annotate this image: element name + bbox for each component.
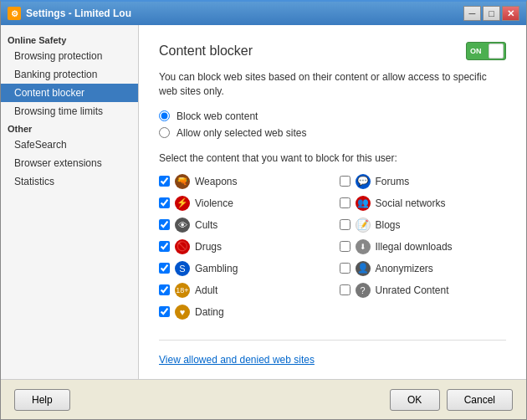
gambling-icon: S [175, 261, 190, 276]
weapons-icon: 🔫 [175, 174, 190, 189]
radio-block-web-content[interactable]: Block web content [159, 110, 506, 122]
forums-label: Forums [376, 176, 410, 187]
main-header: Content blocker ON [159, 42, 506, 60]
window-icon: ⚙ [8, 7, 21, 20]
main-description: You can block web sites based on their c… [159, 70, 506, 99]
sidebar: Online Safety Browsing protection Bankin… [1, 25, 139, 379]
toggle-label: ON [467, 47, 482, 55]
help-button[interactable]: Help [14, 389, 70, 411]
checkbox-blogs[interactable]: 📝 Blogs [340, 218, 507, 233]
minimize-button[interactable]: ─ [463, 6, 481, 21]
sidebar-item-browser-extensions[interactable]: Browser extensions [1, 154, 138, 172]
drugs-label: Drugs [195, 241, 222, 253]
sidebar-item-safesearch[interactable]: SafeSearch [1, 136, 138, 154]
checkbox-forums[interactable]: 💬 Forums [340, 174, 507, 189]
blogs-icon: 📝 [356, 218, 371, 233]
sidebar-section-online-safety: Online Safety [1, 32, 138, 47]
sidebar-item-content-blocker[interactable]: Content blocker [1, 84, 138, 102]
radio-label-allow: Allow only selected web sites [177, 127, 306, 139]
content-blocker-toggle[interactable]: ON [466, 42, 506, 60]
sidebar-item-banking-protection[interactable]: Banking protection [1, 65, 138, 84]
checkbox-cults[interactable]: 👁 Cults [159, 218, 326, 233]
social-networks-label: Social networks [376, 197, 446, 209]
violence-label: Violence [195, 197, 233, 209]
category-col-left: 🔫 Weapons ⚡ Violence 👁 Cults [159, 174, 326, 320]
violence-icon: ⚡ [175, 196, 190, 211]
gambling-label: Gambling [195, 263, 238, 274]
blogs-label: Blogs [376, 219, 401, 231]
unrated-content-label: Unrated Content [376, 284, 449, 296]
dating-label: Dating [195, 306, 224, 318]
window-title: Settings - Limited Lou [26, 8, 463, 19]
sidebar-section-other: Other [1, 120, 138, 136]
checkbox-anonymizers[interactable]: 👤 Anonymizers [340, 261, 507, 276]
weapons-label: Weapons [195, 176, 237, 187]
checkbox-violence[interactable]: ⚡ Violence [159, 196, 326, 211]
cancel-button[interactable]: Cancel [447, 389, 513, 411]
unrated-content-icon: ? [356, 283, 371, 298]
radio-group: Block web content Allow only selected we… [159, 110, 506, 139]
adult-label: Adult [195, 284, 217, 296]
illegal-downloads-label: Illegal downloads [376, 241, 453, 253]
checkbox-illegal-downloads[interactable]: ⬇ Illegal downloads [340, 239, 507, 254]
main-panel: Content blocker ON You can block web sit… [139, 25, 526, 379]
forums-icon: 💬 [356, 174, 371, 189]
radio-label-block: Block web content [177, 110, 258, 122]
maximize-button[interactable]: □ [483, 6, 500, 21]
social-networks-icon: 👥 [356, 196, 371, 211]
settings-window: ⚙ Settings - Limited Lou ─ □ ✕ Online Sa… [0, 0, 527, 420]
footer-right: OK Cancel [390, 389, 513, 411]
section-label: Select the content that you want to bloc… [159, 152, 506, 164]
sidebar-item-statistics[interactable]: Statistics [1, 172, 138, 191]
close-button[interactable]: ✕ [502, 6, 519, 21]
divider [159, 340, 506, 341]
cults-icon: 👁 [175, 218, 190, 233]
checkbox-dating[interactable]: ♥ Dating [159, 305, 326, 320]
checkbox-drugs[interactable]: 🚫 Drugs [159, 239, 326, 254]
dating-icon: ♥ [175, 305, 190, 320]
checkbox-gambling[interactable]: S Gambling [159, 261, 326, 276]
page-title: Content blocker [159, 44, 253, 59]
toggle-knob [489, 44, 504, 59]
link-area: View allowed and denied web sites [159, 354, 506, 366]
ok-button[interactable]: OK [390, 389, 440, 411]
view-sites-link[interactable]: View allowed and denied web sites [159, 354, 315, 366]
radio-allow-selected[interactable]: Allow only selected web sites [159, 127, 506, 139]
footer: Help OK Cancel [1, 379, 526, 419]
checkbox-grid: 🔫 Weapons ⚡ Violence 👁 Cults [159, 174, 506, 320]
content-area: Online Safety Browsing protection Bankin… [1, 25, 526, 379]
footer-left: Help [14, 389, 390, 411]
sidebar-item-browsing-protection[interactable]: Browsing protection [1, 47, 138, 65]
adult-icon: 18+ [175, 283, 190, 298]
cults-label: Cults [195, 219, 217, 231]
checkbox-social-networks[interactable]: 👥 Social networks [340, 196, 507, 211]
anonymizers-label: Anonymizers [376, 263, 433, 274]
titlebar: ⚙ Settings - Limited Lou ─ □ ✕ [1, 2, 526, 25]
checkbox-weapons[interactable]: 🔫 Weapons [159, 174, 326, 189]
category-col-right: 💬 Forums 👥 Social networks 📝 Blogs [340, 174, 507, 320]
titlebar-controls: ─ □ ✕ [463, 6, 519, 21]
checkbox-unrated-content[interactable]: ? Unrated Content [340, 283, 507, 298]
sidebar-item-browsing-time-limits[interactable]: Browsing time limits [1, 102, 138, 120]
checkbox-adult[interactable]: 18+ Adult [159, 283, 326, 298]
drugs-icon: 🚫 [175, 239, 190, 254]
illegal-downloads-icon: ⬇ [356, 239, 371, 254]
anonymizers-icon: 👤 [356, 261, 371, 276]
